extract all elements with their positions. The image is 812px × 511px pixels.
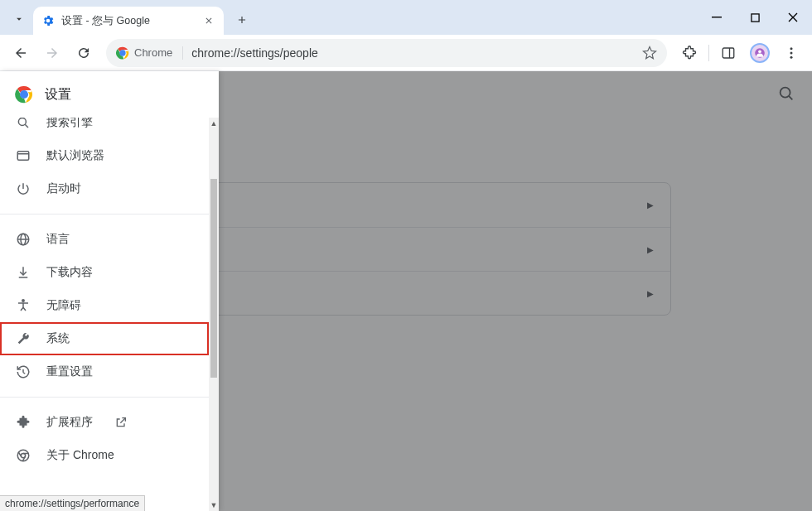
accessibility-icon: [15, 298, 31, 313]
window-controls: [698, 0, 812, 35]
window-minimize-button[interactable]: [698, 0, 736, 35]
browser-icon: [15, 148, 31, 163]
sidebar-item-search-engine[interactable]: 搜索引擎: [0, 118, 209, 139]
globe-icon: [15, 232, 31, 247]
svg-point-22: [22, 300, 24, 301]
menu-button[interactable]: [777, 39, 805, 67]
profile-button[interactable]: [746, 39, 774, 67]
svg-point-14: [18, 118, 26, 125]
sidebar-item-extensions[interactable]: 扩展程序: [0, 406, 209, 439]
sidebar-item-label: 关于 Chrome: [46, 448, 114, 463]
sidebar-title: 设置: [45, 86, 71, 104]
search-icon: [15, 118, 31, 130]
sidebar-item-downloads[interactable]: 下载内容: [0, 256, 209, 289]
sidebar-scrollbar[interactable]: ▲ ▼: [209, 118, 219, 511]
scrollbar-track[interactable]: [209, 129, 219, 499]
sidebar-item-label: 扩展程序: [46, 415, 93, 430]
bookmark-star-icon[interactable]: [642, 46, 657, 60]
sidebar-item-label: 下载内容: [46, 265, 93, 280]
site-chip-label: Chrome: [134, 46, 172, 59]
avatar-icon: [750, 43, 770, 63]
extensions-button[interactable]: [675, 39, 703, 67]
sidebar-item-accessibility[interactable]: 无障碍: [0, 289, 209, 322]
scroll-up-icon[interactable]: ▲: [210, 118, 218, 129]
svg-rect-16: [17, 152, 29, 161]
reload-button[interactable]: [70, 39, 98, 67]
tab-title: 设置 - 您与 Google: [61, 14, 150, 28]
status-url: chrome://settings/performance: [5, 498, 139, 509]
sidebar-header: 设置: [0, 71, 219, 118]
window-close-button[interactable]: [774, 0, 812, 35]
puzzle-icon: [15, 415, 31, 430]
status-bar: chrome://settings/performance: [0, 495, 145, 511]
browser-tab[interactable]: 设置 - 您与 Google: [33, 7, 224, 35]
sidebar-item-label: 启动时: [46, 181, 81, 196]
sidebar-divider: [0, 214, 209, 215]
sidebar-item-label: 无障碍: [46, 298, 81, 313]
chrome-outline-icon: [15, 448, 31, 463]
svg-rect-5: [723, 48, 734, 58]
tab-close-button[interactable]: [202, 14, 215, 27]
sidebar-item-default-browser[interactable]: 默认浏览器: [0, 139, 209, 172]
svg-rect-4: [751, 13, 758, 21]
settings-sidebar: 设置 外观 搜索引擎 默认浏览器 启动时: [0, 71, 219, 511]
scrollbar-thumb[interactable]: [210, 179, 217, 378]
external-link-icon: [114, 416, 128, 429]
sidebar-list: 外观 搜索引擎 默认浏览器 启动时 语言: [0, 118, 209, 472]
svg-line-15: [25, 124, 28, 128]
omnibox[interactable]: Chrome chrome://settings/people: [106, 39, 667, 67]
new-tab-button[interactable]: [230, 8, 254, 31]
titlebar: 设置 - 您与 Google: [0, 0, 812, 35]
back-button[interactable]: [7, 39, 35, 67]
gear-icon: [41, 14, 55, 27]
sidebar-item-reset[interactable]: 重置设置: [0, 355, 209, 388]
download-icon: [15, 265, 31, 280]
wrench-icon: [15, 331, 31, 346]
sidebar-item-label: 重置设置: [46, 364, 93, 379]
svg-point-10: [790, 51, 793, 54]
sidebar-scroll-area: 外观 搜索引擎 默认浏览器 启动时 语言: [0, 118, 219, 511]
forward-button[interactable]: [38, 39, 66, 67]
sidebar-divider: [0, 397, 209, 398]
window-maximize-button[interactable]: [736, 0, 774, 35]
chrome-logo-icon: [15, 85, 33, 104]
power-icon: [15, 181, 31, 196]
site-chip[interactable]: Chrome: [116, 46, 183, 60]
toolbar-separator: [708, 45, 709, 61]
sidepanel-button[interactable]: [714, 39, 742, 67]
sidebar-item-system[interactable]: 系统: [0, 322, 209, 355]
sidebar-item-label: 系统: [46, 331, 70, 346]
sidebar-item-on-startup[interactable]: 启动时: [0, 172, 209, 205]
sidebar-item-label: 默认浏览器: [46, 148, 104, 163]
scroll-down-icon[interactable]: ▼: [210, 499, 218, 511]
sidebar-item-about-chrome[interactable]: 关于 Chrome: [0, 439, 209, 472]
content-area: 设置 ▶ gle 服务 ▶ ▶ 设置: [0, 71, 812, 511]
omnibox-url: chrome://settings/people: [191, 46, 634, 60]
svg-point-8: [758, 50, 761, 53]
sidebar-item-label: 语言: [46, 232, 70, 247]
browser-toolbar: Chrome chrome://settings/people: [0, 35, 812, 71]
tab-search-button[interactable]: [5, 5, 33, 33]
svg-line-24: [23, 373, 25, 374]
svg-rect-3: [712, 17, 722, 17]
restore-icon: [15, 364, 31, 379]
sidebar-item-languages[interactable]: 语言: [0, 223, 209, 256]
sidebar-item-label: 搜索引擎: [46, 118, 93, 130]
svg-point-9: [790, 47, 793, 50]
svg-point-11: [790, 55, 793, 58]
